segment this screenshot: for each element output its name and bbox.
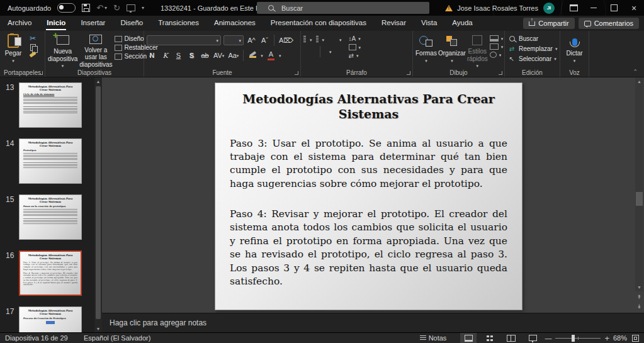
previous-slide-button[interactable]: ↟ <box>635 293 643 301</box>
strikethrough-button[interactable]: ab <box>200 50 210 60</box>
thumbnail-slide-16[interactable]: 16 Metodologías Alternativas Para Crear … <box>0 250 102 296</box>
tab-diseno[interactable]: Diseño <box>113 16 150 31</box>
italic-button[interactable]: K <box>160 50 171 60</box>
share-button[interactable]: Compartir <box>523 18 574 29</box>
zoom-level[interactable]: 68% <box>613 334 627 342</box>
thumbnail-slide-14[interactable]: 14 Metodologías Alternativas Para Crear … <box>0 138 102 184</box>
increase-font-size-button[interactable]: A^ <box>246 35 257 45</box>
thumbnail-scrollbar[interactable]: ▲ ▼ <box>94 77 102 332</box>
canvas-scrollbar[interactable]: ▲ ▼ ↟ ↡ <box>635 77 644 313</box>
tab-transiciones[interactable]: Transiciones <box>150 16 206 31</box>
redo-icon[interactable]: ↻ <box>113 4 120 12</box>
slide-counter[interactable]: Diapositiva 16 de 29 <box>0 334 84 342</box>
reading-view-button[interactable] <box>503 333 519 343</box>
align-text-button[interactable]: ▾ <box>349 44 361 50</box>
avatar[interactable]: JI <box>543 3 555 14</box>
collapse-ribbon-icon[interactable]: ⌃ <box>633 69 638 75</box>
comments-button[interactable]: Comentarios <box>579 18 639 29</box>
autosave-toggle[interactable] <box>57 3 76 13</box>
quick-styles-button[interactable]: Estilos rápidos ▾ <box>467 33 488 68</box>
slide-paragraph-paso4[interactable]: Paso 4: Revisar y mejorar el prototipo. … <box>230 208 507 288</box>
cut-icon[interactable]: ✂ <box>30 35 36 42</box>
close-button[interactable]: × <box>624 0 644 16</box>
clear-formatting-button[interactable]: A⌦ <box>278 35 294 45</box>
zoom-slider[interactable] <box>555 338 601 339</box>
font-color-button[interactable]: A <box>266 50 276 60</box>
replace-button[interactable]: ⇄Reemplazar▾ <box>507 45 557 52</box>
character-spacing-button[interactable]: AV▾ <box>213 50 225 60</box>
scrollbar-thumb[interactable] <box>636 192 643 206</box>
fit-slide-to-window-icon[interactable] <box>632 335 639 342</box>
normal-view-button[interactable] <box>460 333 477 343</box>
paste-button[interactable]: Pegar ▾ <box>3 33 24 68</box>
scroll-down-icon[interactable]: ▼ <box>94 325 102 332</box>
notes-pane[interactable]: Haga clic para agregar notas <box>102 313 644 332</box>
underline-button[interactable]: S <box>173 50 184 60</box>
thumbnail-scrollbar-thumb[interactable] <box>96 86 101 319</box>
slide-16[interactable]: Metodologías Alternativas Para Crear Sis… <box>215 82 523 310</box>
language-indicator[interactable]: Español (El Salvador) <box>84 334 150 342</box>
shape-outline-button[interactable]: ▾ <box>490 43 504 50</box>
tab-revisar[interactable]: Revisar <box>374 16 414 31</box>
minimize-button[interactable] <box>584 0 604 16</box>
customize-qat-icon[interactable]: ▾ <box>142 5 144 11</box>
select-button[interactable]: ↖Seleccionar▾ <box>507 55 557 62</box>
zoom-out-button[interactable]: — <box>545 334 551 342</box>
change-case-button[interactable]: Aa▾ <box>227 50 239 60</box>
user-name[interactable]: Jose Isaac Rosales Torres <box>457 4 538 12</box>
slide-sorter-view-button[interactable] <box>482 333 498 343</box>
shape-effects-button[interactable]: ▾ <box>490 52 504 58</box>
tab-inicio[interactable]: Inicio <box>39 16 73 31</box>
convert-smartart-button[interactable]: ⇄▾ <box>349 52 361 59</box>
slide-paragraph-paso3[interactable]: Paso 3: Usar el prototipo. Se anima al u… <box>230 137 507 191</box>
thumbnail-slide-17[interactable]: 17 Metodologías Alternativas Para Crear … <box>0 306 102 332</box>
slideshow-view-button[interactable] <box>524 333 541 343</box>
arrange-button[interactable]: Organizar ▾ <box>439 33 465 68</box>
paragraph-dialog-launcher[interactable] <box>407 71 410 75</box>
notes-placeholder[interactable]: Haga clic para agregar notas <box>102 318 206 327</box>
decrease-font-size-button[interactable]: Aˇ <box>259 35 270 45</box>
shapes-button[interactable]: Formas ▾ <box>415 33 437 68</box>
numbering-button[interactable] <box>316 36 319 43</box>
thumbnail-slide-13[interactable]: 13 Metodologías Alternativas Para Crear … <box>0 82 102 128</box>
search-input[interactable]: Buscar <box>257 2 429 14</box>
slide-title[interactable]: Metodologías Alternativas Para Crear Sis… <box>238 92 499 122</box>
scroll-up-icon[interactable]: ▲ <box>94 77 102 85</box>
reuse-slides-button[interactable]: Volver a usar las diapositivas <box>79 33 112 68</box>
tab-animaciones[interactable]: Animaciones <box>206 16 263 31</box>
font-size-combobox[interactable]: ▾ <box>223 35 244 45</box>
new-slide-button[interactable]: Nueva diapositiva ▾ <box>48 33 77 68</box>
bullets-button[interactable] <box>303 36 306 43</box>
zoom-in-button[interactable]: + <box>604 334 609 343</box>
restore-button[interactable] <box>604 0 624 16</box>
bold-button[interactable]: N <box>147 50 157 60</box>
thumbnail-slide-15[interactable]: 15 Metodologías Alternativas Para Crear … <box>0 194 102 240</box>
scroll-up-icon[interactable]: ▲ <box>635 77 643 86</box>
scrollbar-track[interactable] <box>635 77 643 291</box>
dictate-button[interactable]: Dictar ▾ <box>563 33 586 68</box>
notes-toggle-button[interactable]: Notas <box>415 333 452 343</box>
save-icon[interactable] <box>82 4 90 12</box>
drawing-dialog-launcher[interactable] <box>499 71 502 75</box>
warning-icon[interactable] <box>445 5 453 11</box>
tab-insertar[interactable]: Insertar <box>73 16 113 31</box>
font-name-combobox[interactable]: ▾ <box>147 35 221 45</box>
next-slide-button[interactable]: ↡ <box>635 302 643 310</box>
text-direction-button[interactable]: ↕A▾ <box>349 35 361 42</box>
shape-fill-button[interactable]: ▾ <box>490 35 504 42</box>
zoom-slider-thumb[interactable] <box>572 335 575 342</box>
highlight-color-button[interactable] <box>247 50 258 60</box>
ribbon-display-options-button[interactable] <box>563 0 584 16</box>
scroll-down-icon[interactable]: ▼ <box>635 283 643 291</box>
copy-icon[interactable] <box>30 44 36 51</box>
font-dialog-launcher[interactable] <box>295 71 298 75</box>
tab-archivo[interactable]: Archivo <box>0 16 39 31</box>
undo-button[interactable]: ↶ ▾ <box>96 4 107 12</box>
tab-ayuda[interactable]: Ayuda <box>444 16 480 31</box>
tab-presentacion[interactable]: Presentación con diapositivas <box>263 16 374 31</box>
tab-vista[interactable]: Vista <box>414 16 444 31</box>
find-button[interactable]: Buscar <box>507 35 557 42</box>
text-shadow-button[interactable]: S <box>186 50 197 60</box>
format-painter-icon[interactable] <box>29 52 36 58</box>
start-slideshow-icon[interactable] <box>127 4 135 11</box>
